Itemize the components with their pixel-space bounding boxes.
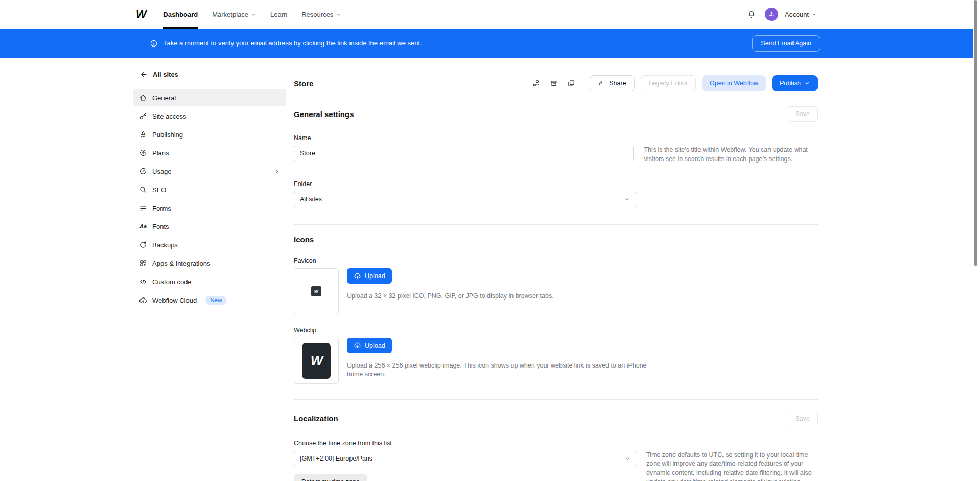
general-settings-heading: General settings: [294, 110, 354, 119]
icons-heading: Icons: [294, 235, 818, 244]
share-button[interactable]: Share: [590, 75, 634, 91]
site-name-input[interactable]: [294, 146, 634, 161]
webclip-image: W: [302, 343, 331, 379]
lines-icon: [139, 204, 147, 212]
chevron-down-icon: [805, 81, 810, 86]
favicon-preview: w: [294, 268, 339, 314]
folder-label: Folder: [294, 180, 818, 188]
timezone-label: Choose the time zone from this list: [294, 440, 818, 447]
sidebar-item-backups[interactable]: Backups: [133, 237, 286, 253]
timezone-help-text: Time zone defaults to UTC, so setting it…: [646, 451, 818, 481]
chevron-down-icon: [812, 12, 816, 17]
back-to-all-sites[interactable]: All sites: [133, 66, 286, 82]
sidebar-item-plans[interactable]: Plans: [133, 145, 286, 161]
webclip-help-text: Upload a 256 × 256 pixel webclip image. …: [347, 361, 664, 380]
sidebar-item-custom-code[interactable]: Custom code: [133, 273, 286, 290]
key-icon: [139, 112, 147, 120]
nav-tab-resources[interactable]: Resources: [301, 0, 341, 29]
sidebar-item-site-access[interactable]: Site access: [133, 108, 286, 124]
arrow-up-circle-icon: [139, 149, 147, 157]
account-menu[interactable]: Account: [785, 11, 816, 18]
upload-cloud-icon: [354, 272, 361, 280]
share-arrow-icon: [598, 80, 605, 87]
sidebar-item-webflow-cloud[interactable]: Webflow Cloud New: [133, 292, 286, 308]
email-verify-banner: Take a moment to verify your email addre…: [0, 29, 973, 58]
localization-heading: Localization: [294, 414, 338, 423]
localization-section: Localization Save Choose the time zone f…: [294, 411, 818, 481]
webclip-label: Webclip: [294, 327, 818, 334]
back-arrow-icon: [139, 71, 147, 78]
section-divider: [294, 224, 818, 225]
archive-icon[interactable]: [547, 76, 561, 90]
folder-select[interactable]: All sites: [294, 192, 636, 207]
webclip-preview: W: [294, 338, 339, 384]
code-icon: [139, 278, 147, 286]
notifications-bell-icon[interactable]: [744, 7, 758, 21]
page-title: Store: [294, 79, 313, 88]
name-help-text: This is the site's title within Webflow.…: [644, 146, 818, 164]
sidebar-item-usage[interactable]: Usage: [133, 163, 286, 179]
detect-timezone-button[interactable]: Detect my time zone: [294, 474, 367, 481]
duplicate-icon[interactable]: [564, 76, 578, 90]
save-button[interactable]: Save: [788, 411, 818, 426]
icons-section: Icons Favicon w Upload Upload a 32 × 32 …: [294, 235, 818, 400]
chevron-down-icon: [336, 12, 341, 17]
search-icon: [139, 186, 147, 194]
transfer-site-icon[interactable]: [529, 76, 544, 90]
sidebar-item-publishing[interactable]: Publishing: [133, 126, 286, 143]
sidebar-item-apps-integrations[interactable]: Apps & Integrations: [133, 255, 286, 271]
timezone-select[interactable]: [GMT+2:00] Europe/Paris: [294, 451, 636, 466]
chevron-down-icon: [625, 197, 630, 202]
sidebar-item-general[interactable]: General: [133, 89, 286, 106]
rocket-icon: [139, 130, 147, 139]
scrollbar[interactable]: [974, 0, 977, 266]
webclip-upload-button[interactable]: Upload: [347, 338, 392, 353]
gauge-icon: [139, 167, 147, 175]
sidebar-item-forms[interactable]: Forms: [133, 200, 286, 216]
settings-sidebar: All sites General Site access Publishing: [133, 66, 286, 481]
save-button[interactable]: Save: [788, 106, 818, 122]
chevron-right-icon: [274, 169, 280, 174]
nav-tab-learn[interactable]: Learn: [270, 0, 287, 29]
sidebar-item-seo[interactable]: SEO: [133, 181, 286, 198]
restore-icon: [139, 241, 147, 249]
cloud-icon: [139, 296, 147, 304]
nav-tab-dashboard[interactable]: Dashboard: [163, 0, 198, 29]
upload-cloud-icon: [354, 341, 361, 349]
favicon-upload-button[interactable]: Upload: [347, 268, 392, 284]
apps-grid-icon: [139, 259, 147, 267]
send-email-again-button[interactable]: Send Email Again: [752, 35, 820, 52]
top-nav: W Dashboard Marketplace Learn Resources: [0, 0, 980, 29]
favicon-label: Favicon: [294, 257, 818, 264]
favicon-help-text: Upload a 32 × 32 pixel ICO, PNG, GIF, or…: [347, 292, 554, 301]
new-badge: New: [205, 296, 226, 305]
home-icon: [139, 94, 147, 102]
webflow-logo-icon[interactable]: W: [136, 8, 146, 21]
favicon-image: w: [311, 286, 321, 296]
section-divider: [294, 399, 818, 400]
sidebar-item-fonts[interactable]: Aa Fonts: [133, 218, 286, 235]
nav-tab-marketplace[interactable]: Marketplace: [212, 0, 256, 29]
Aa-icon: Aa: [139, 222, 147, 231]
name-label: Name: [294, 134, 818, 142]
banner-message: Take a moment to verify your email addre…: [164, 39, 422, 47]
avatar[interactable]: J.: [765, 8, 778, 21]
general-settings-section: General settings Save Name This is the s…: [294, 106, 818, 225]
open-in-webflow-button[interactable]: Open in Webflow: [702, 75, 766, 91]
chevron-down-icon: [251, 12, 256, 17]
settings-main: Store Share: [294, 66, 818, 481]
publish-button[interactable]: Publish: [772, 75, 818, 91]
chevron-down-icon: [625, 456, 630, 461]
info-icon: [150, 39, 158, 48]
legacy-editor-button[interactable]: Legacy Editor: [641, 75, 696, 91]
